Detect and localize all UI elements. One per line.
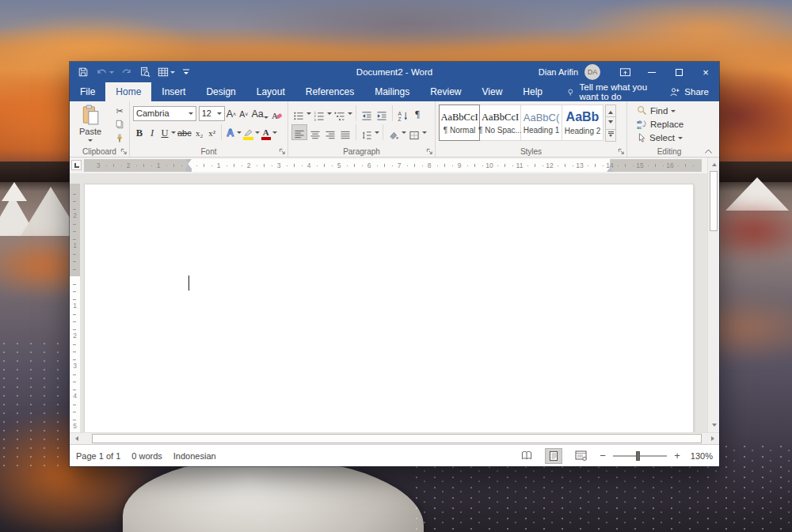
superscript-button[interactable]: x² — [206, 124, 219, 140]
style-heading-1[interactable]: AaBbC( Heading 1 — [521, 104, 562, 141]
numbering-button[interactable]: 123 — [312, 105, 326, 121]
strikethrough-button[interactable]: abc — [176, 124, 193, 140]
grow-font-button[interactable]: A˄ — [225, 105, 238, 121]
replace-button[interactable]: abac Replace — [637, 117, 708, 131]
copy-button[interactable] — [115, 119, 124, 130]
ribbon-display-options-button[interactable] — [611, 62, 638, 82]
horizontal-scroll-thumb[interactable] — [92, 434, 702, 443]
scroll-down-button[interactable] — [708, 420, 720, 432]
customize-quick-access-button[interactable] — [182, 68, 190, 76]
zoom-level[interactable]: 130% — [687, 451, 713, 461]
redo-button[interactable] — [121, 67, 132, 78]
minimize-button[interactable] — [638, 62, 665, 82]
zoom-slider-thumb[interactable] — [636, 451, 640, 461]
save-button[interactable] — [78, 66, 89, 78]
underline-button[interactable]: U — [158, 124, 171, 140]
styles-scroll-up-button[interactable] — [605, 104, 616, 117]
vertical-scrollbar[interactable] — [707, 158, 719, 432]
horizontal-scrollbar[interactable] — [70, 432, 719, 444]
maximize-button[interactable] — [665, 62, 692, 82]
read-mode-button[interactable] — [518, 448, 535, 464]
tab-mailings[interactable]: Mailings — [364, 82, 420, 101]
justify-button[interactable] — [338, 124, 352, 140]
bullets-dropdown-icon[interactable] — [307, 112, 311, 117]
show-formatting-button[interactable]: ¶ — [411, 105, 424, 121]
tab-home[interactable]: Home — [105, 82, 151, 101]
word-count[interactable]: 0 words — [131, 451, 162, 461]
tab-file[interactable]: File — [70, 82, 105, 101]
share-button[interactable]: Share — [659, 82, 719, 101]
zoom-slider[interactable] — [613, 455, 667, 457]
collapse-ribbon-button[interactable] — [704, 148, 713, 154]
text-effects-button[interactable]: A — [224, 124, 237, 140]
page-indicator[interactable]: Page 1 of 1 — [76, 451, 120, 461]
language-indicator[interactable]: Indonesian — [173, 451, 216, 461]
tell-me-box[interactable]: Tell me what you want to do — [567, 82, 659, 101]
tab-references[interactable]: References — [295, 82, 364, 101]
vertical-scroll-thumb[interactable] — [710, 171, 718, 231]
increase-indent-button[interactable] — [375, 105, 389, 121]
undo-button[interactable] — [96, 67, 114, 78]
line-spacing-button[interactable] — [360, 124, 374, 140]
web-layout-button[interactable] — [572, 448, 589, 464]
find-button[interactable]: Find — [637, 104, 708, 117]
borders-dropdown-icon[interactable] — [422, 131, 427, 136]
font-family-select[interactable]: Cambria — [133, 106, 196, 121]
font-dialog-launcher[interactable] — [279, 148, 286, 155]
tab-review[interactable]: Review — [420, 82, 471, 101]
italic-button[interactable]: I — [146, 124, 158, 140]
tab-design[interactable]: Design — [196, 82, 246, 101]
zoom-in-button[interactable]: + — [673, 450, 681, 462]
scroll-left-button[interactable] — [70, 433, 81, 444]
user-name[interactable]: Dian Arifin — [539, 67, 578, 77]
numbering-dropdown-icon[interactable] — [327, 112, 332, 117]
scroll-up-button[interactable] — [708, 158, 720, 169]
format-painter-button[interactable] — [115, 132, 124, 143]
styles-dialog-launcher[interactable] — [618, 148, 625, 155]
v-ruler[interactable]: 2112345 — [70, 184, 80, 432]
shrink-font-button[interactable]: A˅ — [238, 105, 250, 121]
cut-button[interactable]: ✂ — [116, 105, 123, 116]
user-avatar[interactable]: DA — [584, 64, 600, 80]
h-ruler[interactable]: 32112345678910111213141516 — [84, 159, 702, 172]
print-layout-button[interactable] — [545, 448, 562, 464]
paste-button[interactable]: Paste — [74, 104, 107, 144]
zoom-out-button[interactable]: − — [599, 450, 607, 462]
highlight-button[interactable] — [242, 124, 255, 140]
align-right-button[interactable] — [323, 124, 337, 140]
tab-view[interactable]: View — [472, 82, 513, 101]
table-tool-button[interactable] — [158, 66, 175, 78]
tab-help[interactable]: Help — [512, 82, 553, 101]
scroll-right-button[interactable] — [708, 433, 719, 444]
paragraph-dialog-launcher[interactable] — [426, 148, 433, 155]
borders-button[interactable] — [407, 124, 421, 140]
select-button[interactable]: Select — [637, 131, 708, 144]
shading-button[interactable] — [386, 124, 401, 140]
change-case-button[interactable]: Aa — [250, 105, 270, 121]
close-button[interactable]: × — [692, 62, 719, 82]
styles-scroll-down-button[interactable] — [605, 116, 616, 129]
subscript-button[interactable]: x₂ — [193, 124, 206, 140]
bold-button[interactable]: B — [133, 124, 146, 140]
align-left-button[interactable] — [291, 124, 307, 140]
font-size-select[interactable]: 12 — [199, 106, 225, 121]
sort-button[interactable]: AZ — [396, 105, 410, 121]
style-no-spacing[interactable]: AaBbCcI ¶ No Spac... — [480, 104, 521, 141]
styles-more-button[interactable] — [605, 129, 616, 142]
font-color-dropdown-icon[interactable] — [272, 131, 277, 136]
print-preview-button[interactable] — [139, 66, 150, 78]
line-spacing-dropdown-icon[interactable] — [375, 131, 379, 136]
tab-layout[interactable]: Layout — [246, 82, 295, 101]
align-center-button[interactable] — [308, 124, 322, 140]
font-color-button[interactable]: A — [260, 124, 272, 140]
multilevel-list-button[interactable] — [333, 105, 347, 121]
bullets-button[interactable] — [291, 105, 306, 121]
clipboard-dialog-launcher[interactable] — [120, 148, 128, 155]
shading-dropdown-icon[interactable] — [402, 131, 406, 136]
left-indent-marker[interactable] — [185, 169, 192, 172]
clear-formatting-button[interactable]: A — [269, 105, 284, 121]
first-line-indent-marker[interactable] — [185, 159, 192, 163]
multilevel-dropdown-icon[interactable] — [348, 112, 352, 117]
document-page[interactable] — [84, 184, 694, 432]
decrease-indent-button[interactable] — [360, 105, 374, 121]
